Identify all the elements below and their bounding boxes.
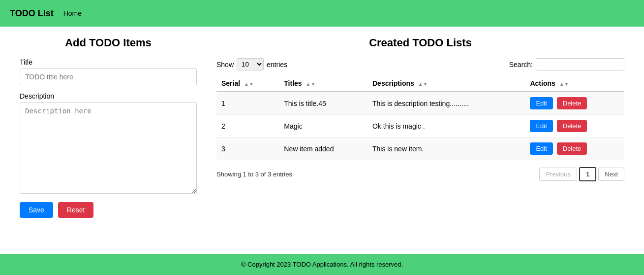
row-title: New item added	[279, 138, 368, 160]
save-button[interactable]: Save	[20, 202, 53, 218]
pagination-area: Showing 1 to 3 of 3 entries Previous 1 N…	[216, 167, 624, 181]
titles-sort-icon: ▲▼	[306, 81, 315, 87]
delete-button[interactable]: Delete	[557, 120, 587, 132]
delete-button[interactable]: Delete	[557, 142, 587, 155]
form-buttons: Save Reset	[20, 202, 197, 218]
delete-button[interactable]: Delete	[557, 97, 587, 109]
add-panel-title: Add TODO Items	[20, 36, 197, 49]
row-description: Ok this is magic .	[368, 115, 525, 138]
col-serial[interactable]: Serial ▲▼	[216, 75, 279, 92]
row-actions: Edit Delete	[525, 138, 624, 160]
footer-text: © Copyright 2023 TODO Applications. All …	[241, 261, 403, 268]
row-actions: Edit Delete	[525, 92, 624, 115]
reset-button[interactable]: Reset	[58, 202, 94, 218]
row-serial: 2	[216, 115, 279, 138]
search-input[interactable]	[536, 58, 624, 70]
navbar-home-link[interactable]: Home	[63, 9, 82, 17]
title-label: Title	[20, 58, 197, 66]
next-button[interactable]: Next	[598, 168, 624, 181]
actions-sort-icon: ▲▼	[559, 81, 569, 87]
row-actions: Edit Delete	[525, 115, 624, 138]
table-row: 3 New item added This is new item. Edit …	[216, 138, 624, 160]
todo-list-panel: Created TODO Lists Show 10 25 50 100 ent…	[216, 36, 624, 244]
page-1-button[interactable]: 1	[579, 167, 596, 181]
col-actions[interactable]: Actions ▲▼	[525, 75, 624, 92]
table-row: 1 This is title.45 This is description t…	[216, 92, 624, 115]
edit-button[interactable]: Edit	[530, 97, 552, 109]
list-panel-title: Created TODO Lists	[216, 36, 624, 49]
row-description: This is description testing..........	[368, 92, 525, 115]
main-content: Add TODO Items Title Description Save Re…	[0, 27, 644, 254]
edit-button[interactable]: Edit	[530, 142, 552, 155]
navbar: TODO List Home	[0, 0, 644, 27]
navbar-brand[interactable]: TODO List	[10, 8, 54, 19]
row-description: This is new item.	[368, 138, 525, 160]
row-title: Magic	[279, 115, 368, 138]
title-input[interactable]	[20, 69, 197, 85]
row-serial: 1	[216, 92, 279, 115]
table-controls: Show 10 25 50 100 entries Search:	[216, 58, 624, 70]
pagination-controls: Previous 1 Next	[539, 167, 624, 181]
entries-label: entries	[267, 61, 287, 69]
entries-select[interactable]: 10 25 50 100	[237, 58, 264, 70]
row-title: This is title.45	[279, 92, 368, 115]
search-control: Search:	[509, 58, 624, 70]
pagination-info: Showing 1 to 3 of 3 entries	[216, 171, 292, 178]
col-titles[interactable]: Titles ▲▼	[279, 75, 368, 92]
show-label: Show	[216, 61, 234, 69]
add-todo-panel: Add TODO Items Title Description Save Re…	[20, 36, 197, 244]
col-descriptions[interactable]: Descriptions ▲▼	[368, 75, 525, 92]
table-header-row: Serial ▲▼ Titles ▲▼ Descriptions ▲▼ Acti…	[216, 75, 624, 92]
edit-button[interactable]: Edit	[530, 120, 552, 132]
description-label: Description	[20, 92, 197, 100]
description-textarea[interactable]	[20, 103, 197, 194]
row-serial: 3	[216, 138, 279, 160]
todo-table: Serial ▲▼ Titles ▲▼ Descriptions ▲▼ Acti…	[216, 75, 624, 160]
table-row: 2 Magic Ok this is magic . Edit Delete	[216, 115, 624, 138]
footer: © Copyright 2023 TODO Applications. All …	[0, 254, 644, 275]
previous-button[interactable]: Previous	[539, 168, 577, 181]
search-label: Search:	[509, 61, 533, 69]
serial-sort-icon: ▲▼	[244, 81, 254, 87]
desc-sort-icon: ▲▼	[418, 81, 428, 87]
show-entries-control: Show 10 25 50 100 entries	[216, 58, 287, 70]
